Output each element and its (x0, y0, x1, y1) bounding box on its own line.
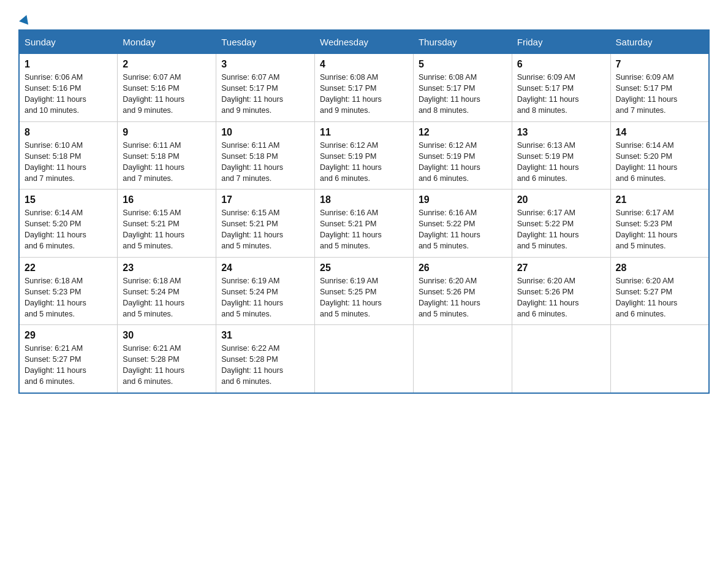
day-info: Sunrise: 6:09 AMSunset: 5:17 PMDaylight:… (517, 72, 605, 117)
day-number: 3 (221, 59, 309, 70)
calendar-cell: 27Sunrise: 6:20 AMSunset: 5:26 PMDayligh… (512, 257, 610, 325)
day-number: 24 (221, 262, 309, 274)
calendar-week-1: 1Sunrise: 6:06 AMSunset: 5:16 PMDaylight… (19, 54, 709, 122)
day-info: Sunrise: 6:08 AMSunset: 5:17 PMDaylight:… (320, 72, 408, 117)
day-number: 28 (616, 262, 703, 274)
day-number: 9 (123, 127, 211, 138)
logo-general-text (18, 18, 30, 23)
calendar-cell (610, 325, 709, 393)
calendar-table: SundayMondayTuesdayWednesdayThursdayFrid… (18, 29, 710, 394)
day-info: Sunrise: 6:07 AMSunset: 5:17 PMDaylight:… (221, 72, 309, 117)
weekday-header-tuesday: Tuesday (216, 30, 315, 54)
day-number: 2 (123, 59, 211, 70)
day-number: 6 (517, 59, 605, 70)
day-number: 14 (616, 127, 703, 138)
day-info: Sunrise: 6:08 AMSunset: 5:17 PMDaylight:… (419, 72, 507, 117)
calendar-cell: 4Sunrise: 6:08 AMSunset: 5:17 PMDaylight… (315, 54, 414, 122)
day-number: 18 (320, 194, 408, 205)
day-info: Sunrise: 6:09 AMSunset: 5:17 PMDaylight:… (616, 72, 703, 117)
calendar-cell: 5Sunrise: 6:08 AMSunset: 5:17 PMDaylight… (413, 54, 512, 122)
calendar-cell: 23Sunrise: 6:18 AMSunset: 5:24 PMDayligh… (118, 257, 216, 325)
day-info: Sunrise: 6:12 AMSunset: 5:19 PMDaylight:… (320, 140, 408, 185)
day-number: 16 (123, 194, 211, 205)
day-info: Sunrise: 6:17 AMSunset: 5:23 PMDaylight:… (616, 207, 703, 252)
calendar-cell: 21Sunrise: 6:17 AMSunset: 5:23 PMDayligh… (610, 190, 709, 258)
calendar-cell: 9Sunrise: 6:11 AMSunset: 5:18 PMDaylight… (118, 121, 216, 190)
weekday-header-thursday: Thursday (413, 30, 512, 54)
weekday-header-friday: Friday (512, 30, 610, 54)
day-number: 11 (320, 127, 408, 138)
calendar-week-4: 22Sunrise: 6:18 AMSunset: 5:23 PMDayligh… (19, 257, 709, 325)
calendar-cell: 24Sunrise: 6:19 AMSunset: 5:24 PMDayligh… (216, 257, 315, 325)
weekday-header-monday: Monday (118, 30, 216, 54)
day-number: 12 (419, 127, 507, 138)
day-info: Sunrise: 6:07 AMSunset: 5:16 PMDaylight:… (123, 72, 211, 117)
day-info: Sunrise: 6:12 AMSunset: 5:19 PMDaylight:… (419, 140, 507, 185)
day-number: 31 (221, 330, 309, 341)
day-info: Sunrise: 6:14 AMSunset: 5:20 PMDaylight:… (616, 140, 703, 185)
calendar-cell: 8Sunrise: 6:10 AMSunset: 5:18 PMDaylight… (19, 121, 118, 190)
day-info: Sunrise: 6:15 AMSunset: 5:21 PMDaylight:… (123, 207, 211, 252)
logo (18, 18, 30, 23)
page-header (18, 12, 710, 23)
day-number: 23 (123, 262, 211, 274)
day-info: Sunrise: 6:15 AMSunset: 5:21 PMDaylight:… (221, 207, 309, 252)
weekday-header-saturday: Saturday (610, 30, 709, 54)
calendar-week-2: 8Sunrise: 6:10 AMSunset: 5:18 PMDaylight… (19, 121, 709, 190)
day-number: 13 (517, 127, 605, 138)
day-info: Sunrise: 6:16 AMSunset: 5:21 PMDaylight:… (320, 207, 408, 252)
calendar-cell: 12Sunrise: 6:12 AMSunset: 5:19 PMDayligh… (413, 121, 512, 190)
calendar-cell: 7Sunrise: 6:09 AMSunset: 5:17 PMDaylight… (610, 54, 709, 122)
calendar-cell: 14Sunrise: 6:14 AMSunset: 5:20 PMDayligh… (610, 121, 709, 190)
day-number: 27 (517, 262, 605, 274)
calendar-cell: 22Sunrise: 6:18 AMSunset: 5:23 PMDayligh… (19, 257, 118, 325)
calendar-cell: 29Sunrise: 6:21 AMSunset: 5:27 PMDayligh… (19, 325, 118, 393)
calendar-cell (315, 325, 414, 393)
day-info: Sunrise: 6:19 AMSunset: 5:25 PMDaylight:… (320, 275, 408, 320)
day-info: Sunrise: 6:11 AMSunset: 5:18 PMDaylight:… (221, 140, 309, 185)
day-info: Sunrise: 6:20 AMSunset: 5:27 PMDaylight:… (616, 275, 703, 320)
calendar-cell: 18Sunrise: 6:16 AMSunset: 5:21 PMDayligh… (315, 190, 414, 258)
calendar-cell: 3Sunrise: 6:07 AMSunset: 5:17 PMDaylight… (216, 54, 315, 122)
day-info: Sunrise: 6:14 AMSunset: 5:20 PMDaylight:… (25, 207, 112, 252)
calendar-cell: 25Sunrise: 6:19 AMSunset: 5:25 PMDayligh… (315, 257, 414, 325)
calendar-header: SundayMondayTuesdayWednesdayThursdayFrid… (19, 30, 709, 54)
day-number: 30 (123, 330, 211, 341)
day-number: 5 (419, 59, 507, 70)
calendar-cell: 30Sunrise: 6:21 AMSunset: 5:28 PMDayligh… (118, 325, 216, 393)
day-info: Sunrise: 6:13 AMSunset: 5:19 PMDaylight:… (517, 140, 605, 185)
day-info: Sunrise: 6:22 AMSunset: 5:28 PMDaylight:… (221, 343, 309, 388)
day-info: Sunrise: 6:20 AMSunset: 5:26 PMDaylight:… (419, 275, 507, 320)
calendar-cell: 26Sunrise: 6:20 AMSunset: 5:26 PMDayligh… (413, 257, 512, 325)
day-number: 17 (221, 194, 309, 205)
day-number: 1 (25, 59, 112, 70)
calendar-cell: 17Sunrise: 6:15 AMSunset: 5:21 PMDayligh… (216, 190, 315, 258)
day-info: Sunrise: 6:21 AMSunset: 5:28 PMDaylight:… (123, 343, 211, 388)
day-info: Sunrise: 6:06 AMSunset: 5:16 PMDaylight:… (25, 72, 112, 117)
day-info: Sunrise: 6:19 AMSunset: 5:24 PMDaylight:… (221, 275, 309, 320)
day-number: 15 (25, 194, 112, 205)
calendar-week-5: 29Sunrise: 6:21 AMSunset: 5:27 PMDayligh… (19, 325, 709, 393)
day-number: 22 (25, 262, 112, 274)
calendar-cell: 2Sunrise: 6:07 AMSunset: 5:16 PMDaylight… (118, 54, 216, 122)
calendar-cell: 10Sunrise: 6:11 AMSunset: 5:18 PMDayligh… (216, 121, 315, 190)
calendar-cell: 1Sunrise: 6:06 AMSunset: 5:16 PMDaylight… (19, 54, 118, 122)
day-number: 20 (517, 194, 605, 205)
day-number: 21 (616, 194, 703, 205)
calendar-cell: 11Sunrise: 6:12 AMSunset: 5:19 PMDayligh… (315, 121, 414, 190)
calendar-body: 1Sunrise: 6:06 AMSunset: 5:16 PMDaylight… (19, 54, 709, 393)
day-info: Sunrise: 6:17 AMSunset: 5:22 PMDaylight:… (517, 207, 605, 252)
day-info: Sunrise: 6:21 AMSunset: 5:27 PMDaylight:… (25, 343, 112, 388)
calendar-week-3: 15Sunrise: 6:14 AMSunset: 5:20 PMDayligh… (19, 190, 709, 258)
calendar-cell: 15Sunrise: 6:14 AMSunset: 5:20 PMDayligh… (19, 190, 118, 258)
day-number: 25 (320, 262, 408, 274)
calendar-cell: 31Sunrise: 6:22 AMSunset: 5:28 PMDayligh… (216, 325, 315, 393)
calendar-cell: 28Sunrise: 6:20 AMSunset: 5:27 PMDayligh… (610, 257, 709, 325)
logo-triangle-icon (19, 13, 31, 25)
day-info: Sunrise: 6:16 AMSunset: 5:22 PMDaylight:… (419, 207, 507, 252)
weekday-header-sunday: Sunday (19, 30, 118, 54)
calendar-cell: 20Sunrise: 6:17 AMSunset: 5:22 PMDayligh… (512, 190, 610, 258)
day-info: Sunrise: 6:11 AMSunset: 5:18 PMDaylight:… (123, 140, 211, 185)
calendar-cell: 6Sunrise: 6:09 AMSunset: 5:17 PMDaylight… (512, 54, 610, 122)
day-info: Sunrise: 6:18 AMSunset: 5:24 PMDaylight:… (123, 275, 211, 320)
